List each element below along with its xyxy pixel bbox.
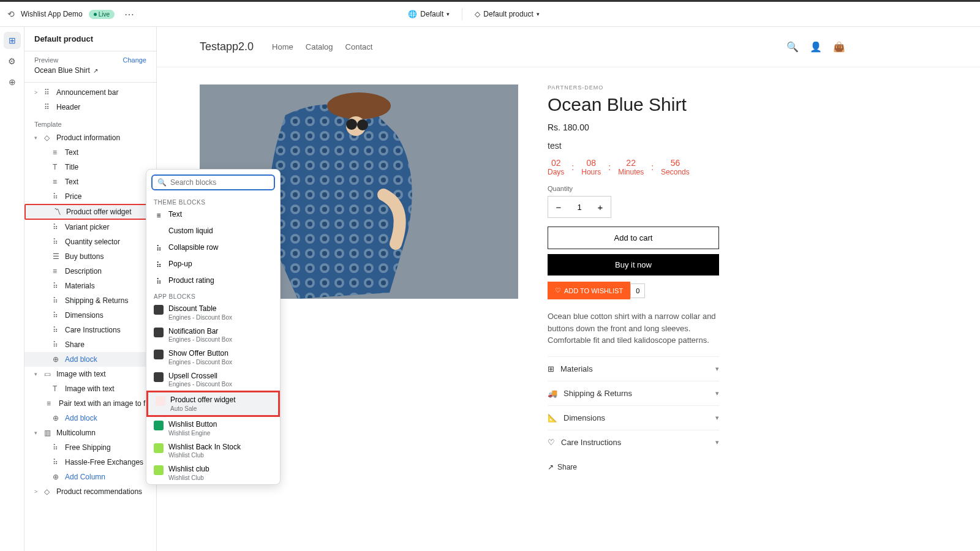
tree-row[interactable]: ⠷Shipping & Returns [24,293,156,308]
popup-item[interactable]: Discount TableEngines - Discount Box [146,301,280,324]
qty-minus-button[interactable]: − [548,197,569,217]
more-icon[interactable]: ⋯ [124,9,134,20]
app-blocks-label: APP BLOCKS [146,290,280,301]
accordion-row[interactable]: ⊞Materials▾ [548,356,719,381]
tree-row[interactable]: ⠷Dimensions [24,308,156,323]
popup-item-sublabel: Wishlist Engine [168,430,217,437]
tree-row[interactable]: ☰Buy buttons [24,249,156,264]
tree-row[interactable]: >◇Product recommendations [24,484,156,499]
tree-row[interactable]: ⠷Hassle-Free Exchanges [24,455,156,470]
block-icon: ⠷ [53,458,61,467]
buy-now-button[interactable]: Buy it now [548,254,719,276]
store-header: Testapp2.0 HomeCatalogContact 🔍 👤 👜 [157,27,980,67]
cart-icon[interactable]: 👜 [833,41,845,53]
tree-row-label: Share [65,340,85,349]
vendor-label: PARTNERS-DEMO [548,84,719,91]
tree-row[interactable]: ▾▭Image with text [24,367,156,381]
tree-row-label: Image with text [65,384,115,393]
tree-row[interactable]: ⠷Variant picker [24,220,156,234]
tree-row[interactable]: ⊕Add Column [24,470,156,484]
rail-apps-icon[interactable]: ⊕ [4,73,21,91]
popup-item[interactable]: ⠷Product rating [146,273,280,290]
topbar-center: 🌐 Default ▾ ◇ Default product ▾ [403,7,544,21]
template-selector[interactable]: ◇ Default product ▾ [470,7,544,21]
qty-plus-button[interactable]: + [590,197,611,217]
tree-row[interactable]: ≡Description [24,264,156,279]
preview-label: Preview [34,56,58,64]
tree-row[interactable]: ⠷Share [24,337,156,352]
tree-row-label: Header [56,103,80,111]
block-icon: ⠷ [53,223,61,231]
tree-row[interactable]: >⠿Announcement bar [24,85,156,100]
tree-row[interactable]: ⠷Quantity selector [24,234,156,249]
tree-row[interactable]: TImage with text [24,381,156,396]
nav-link[interactable]: Catalog [306,42,333,51]
popup-item-label: Notification Bar [168,327,232,337]
tree-row[interactable]: 〽Product offer widget [24,204,156,220]
tree-row[interactable]: ▾▥Multicolumn [24,425,156,440]
search-icon[interactable]: 🔍 [786,41,799,53]
svg-point-4 [327,92,391,119]
popup-item[interactable]: Upsell CrossellEngines - Discount Box [146,369,280,391]
block-icon: ⠷ [53,192,61,201]
qty-value: 1 [569,197,590,217]
popup-item[interactable]: Notification BarEngines - Discount Box [146,324,280,347]
accordion-row[interactable]: ♡Care Instructions▾ [548,430,719,454]
tree-row[interactable]: ≡Text [24,174,156,189]
popup-item[interactable]: ≡Text [146,207,280,223]
popup-item[interactable]: Wishlist ButtonWishlist Engine [146,417,280,440]
add-to-wishlist-button[interactable]: ♡ADD TO WISHLIST [548,282,630,299]
chevron-down-icon: ▾ [715,365,719,373]
wishlist-count: 0 [630,283,645,298]
tree-row[interactable]: ⠷Care Instructions [24,323,156,337]
popup-item[interactable]: Custom liquid [146,223,280,240]
app-icon [154,465,164,475]
popup-item-label: Wishlist club [168,465,209,474]
popup-item[interactable]: ⠷Pop-up [146,257,280,273]
tree-row-label: Buy buttons [65,252,104,261]
block-icon: ▭ [44,370,53,378]
add-to-cart-button[interactable]: Add to cart [548,227,719,249]
tree-row[interactable]: ⠷Price [24,189,156,204]
popup-item[interactable]: Product offer widgetAuto Sale [146,391,280,417]
change-link[interactable]: Change [123,56,146,64]
popup-item[interactable]: ⠷Collapsible row [146,240,280,257]
back-icon[interactable]: ⟲ [7,9,15,19]
locale-selector[interactable]: 🌐 Default ▾ [403,7,454,21]
popup-item[interactable]: Show Offer ButtonEngines - Discount Box [146,346,280,369]
popup-item[interactable]: Wishlist clubWishlist Club [146,462,280,484]
tree-row[interactable]: ⊕Add block [24,352,156,367]
preview-product-link[interactable]: Ocean Blue Shirt ↗ [34,66,146,75]
accordion-row[interactable]: 📐Dimensions▾ [548,405,719,430]
popup-item-label: Wishlist Button [168,420,217,430]
store-icons: 🔍 👤 👜 [786,41,845,53]
tree-row[interactable]: ⠿Header [24,100,156,114]
tree-row-label: Quantity selector [65,238,120,246]
popup-item[interactable]: Wishlist Back In StockWishlist Club [146,440,280,462]
tree-row[interactable]: ⠷Free Shipping [24,440,156,455]
account-icon[interactable]: 👤 [810,41,822,53]
tree-row[interactable]: ⊕Add block [24,411,156,425]
tree-row[interactable]: ≡Text [24,145,156,160]
store-nav: HomeCatalogContact [272,42,372,51]
tree-row[interactable]: ≡Pair text with an image to fo... [24,396,156,411]
search-input[interactable] [170,178,269,187]
tree-row[interactable]: TTitle [24,160,156,174]
block-icon: ≡ [154,211,164,220]
nav-link[interactable]: Home [272,42,293,51]
share-link[interactable]: ↗Share [548,463,719,471]
tree-row-label: Price [65,192,81,201]
countdown-timer: 02Days : 08Hours : 22Minutes : 56Seconds [548,158,719,176]
tree-row[interactable]: ⠷Materials [24,279,156,293]
rail-settings-icon[interactable]: ⚙ [4,53,21,70]
nav-link[interactable]: Contact [345,42,373,51]
tree-row-label: Product information [56,133,120,142]
theme-blocks-label: THEME BLOCKS [146,195,280,207]
accordion-row[interactable]: 🚚Shipping & Returns▾ [548,381,719,405]
rail-sections-icon[interactable]: ⊞ [4,32,21,49]
tree-row[interactable]: ▾◇Product information [24,130,156,145]
template-title: Default product [34,34,146,43]
tree-row-label: Announcement bar [56,88,118,97]
block-icon: ⠷ [154,260,164,270]
nav-rail: ⊞ ⚙ ⊕ [0,27,24,551]
